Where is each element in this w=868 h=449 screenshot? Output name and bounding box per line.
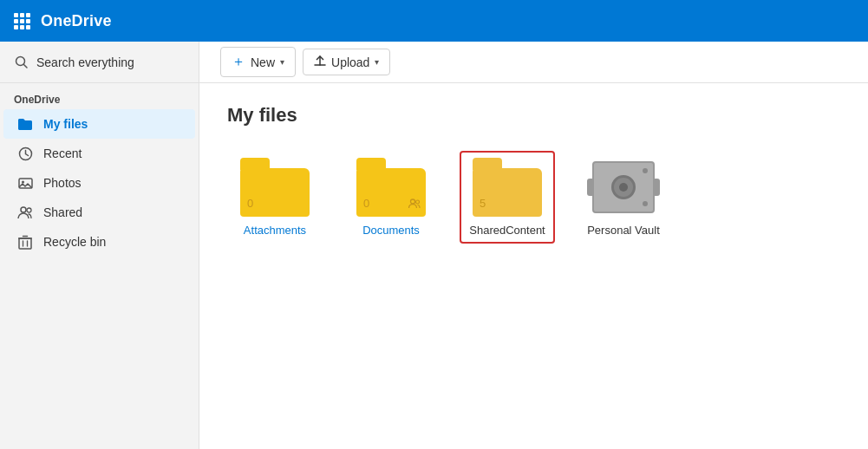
file-name-attachments: Attachments — [244, 224, 306, 237]
upload-button-label: Upload — [331, 55, 369, 69]
search-bar[interactable]: Search everything — [0, 42, 199, 83]
apps-icon[interactable] — [14, 13, 30, 29]
new-button-label: New — [251, 55, 275, 69]
new-button[interactable]: ＋ New ▾ — [220, 47, 296, 77]
shared-icon-documents — [408, 198, 421, 211]
new-chevron-icon: ▾ — [280, 57, 284, 67]
folder-icon — [17, 116, 33, 132]
vault-handle-right — [653, 179, 660, 196]
files-grid: 0 Attachments 0 — [227, 151, 840, 244]
file-name-shared-content: SharedContent — [469, 224, 545, 237]
svg-line-1 — [24, 64, 28, 68]
app-title: OneDrive — [41, 12, 112, 30]
upload-chevron-icon: ▾ — [375, 57, 379, 67]
svg-point-4 — [22, 180, 24, 183]
folder-count-attachments: 0 — [247, 197, 253, 210]
file-item-personal-vault[interactable]: Personal Vault — [576, 151, 671, 244]
file-item-shared-content[interactable]: 5 SharedContent — [460, 151, 555, 244]
trash-icon — [17, 234, 33, 250]
vault-bolt-top — [643, 168, 648, 173]
topbar: OneDrive — [0, 0, 868, 42]
sidebar-item-shared[interactable]: Shared — [3, 198, 195, 227]
sidebar-item-label: My files — [43, 117, 88, 131]
folder-count-documents: 0 — [363, 197, 369, 210]
main-content: ＋ New ▾ Upload ▾ My files — [199, 42, 868, 449]
search-icon — [14, 55, 29, 70]
search-text: Search everything — [36, 55, 134, 69]
plus-icon: ＋ — [232, 53, 245, 71]
vault-dial-inner — [619, 183, 628, 192]
folder-icon-documents: 0 — [356, 158, 426, 217]
vault-icon — [589, 158, 658, 217]
content-area: My files 0 Attachments — [199, 83, 868, 449]
sidebar-item-label: Recycle bin — [43, 235, 106, 249]
file-item-documents[interactable]: 0 Documents — [343, 151, 439, 244]
sidebar: Search everything OneDrive My files Rece… — [0, 42, 199, 449]
upload-button[interactable]: Upload ▾ — [303, 49, 390, 75]
toolbar: ＋ New ▾ Upload ▾ — [199, 42, 868, 83]
svg-rect-7 — [19, 238, 31, 249]
sidebar-item-label: Photos — [43, 176, 82, 190]
page-title: My files — [227, 104, 840, 127]
layout: Search everything OneDrive My files Rece… — [0, 42, 868, 449]
sidebar-item-recycle-bin[interactable]: Recycle bin — [3, 227, 195, 257]
photo-icon — [17, 175, 33, 191]
svg-point-5 — [21, 207, 26, 212]
svg-point-6 — [27, 208, 31, 212]
file-name-personal-vault: Personal Vault — [587, 224, 660, 237]
people-icon — [17, 205, 33, 220]
sidebar-item-recent[interactable]: Recent — [3, 139, 195, 168]
folder-count-shared-content: 5 — [480, 197, 486, 210]
folder-icon-shared-content: 5 — [473, 158, 542, 217]
sidebar-item-my-files[interactable]: My files — [3, 109, 195, 139]
upload-icon — [314, 55, 326, 69]
vault-dial — [611, 175, 636, 199]
vault-handle-left — [587, 179, 594, 196]
sidebar-section-label: OneDrive — [0, 83, 199, 109]
clock-icon — [17, 146, 33, 161]
svg-point-14 — [411, 199, 415, 204]
vault-bolt-bottom — [643, 201, 648, 206]
svg-point-15 — [416, 200, 420, 204]
sidebar-item-label: Shared — [43, 205, 82, 219]
folder-icon-attachments: 0 — [240, 158, 310, 217]
file-item-attachments[interactable]: 0 Attachments — [227, 151, 323, 244]
sidebar-item-photos[interactable]: Photos — [3, 168, 195, 198]
sidebar-item-label: Recent — [43, 146, 82, 160]
file-name-documents: Documents — [362, 224, 420, 237]
